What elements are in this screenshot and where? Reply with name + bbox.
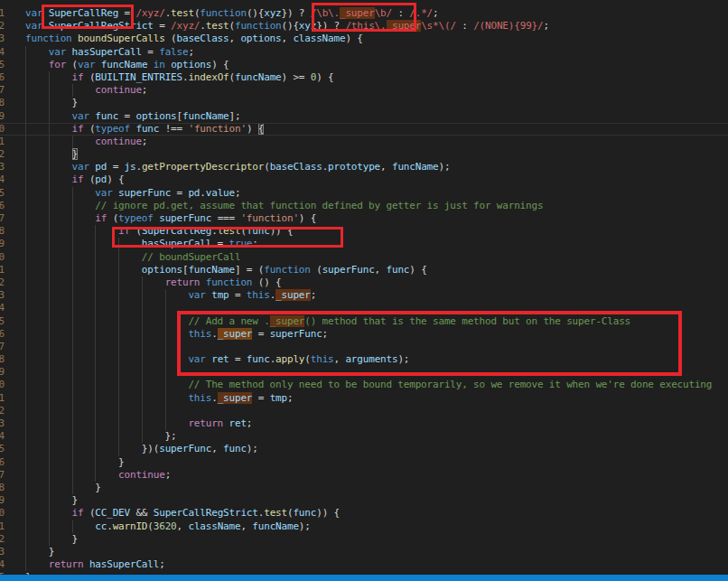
code-token: } bbox=[25, 546, 54, 558]
code-line[interactable]: 6 if (BUILTIN_ENTRIES.indexOf(funcName) … bbox=[0, 71, 728, 84]
code-line[interactable]: 18 if (SuperCallReg.test(func)) { bbox=[0, 225, 728, 238]
code-line[interactable]: 30 // The method only need to be bound t… bbox=[0, 379, 728, 391]
code-line[interactable]: 33 return ret; bbox=[0, 417, 728, 430]
code-line[interactable]: 10 if (typeof func !== 'function') { bbox=[0, 123, 728, 136]
code-line[interactable]: 24 bbox=[0, 302, 728, 314]
indent-guide bbox=[95, 264, 96, 276]
code-line[interactable]: 17 if (typeof superFunc === 'function') … bbox=[0, 212, 728, 225]
code-token: , bbox=[282, 33, 294, 44]
code-token: baseClass bbox=[270, 161, 322, 173]
indent-guide bbox=[72, 379, 73, 391]
line-number-gutter: 20 bbox=[0, 251, 8, 264]
code-line[interactable]: 1var SuperCallReg = /xyz/.test(function(… bbox=[0, 7, 728, 20]
code-token: (){ bbox=[282, 20, 299, 32]
code-line[interactable]: 35 })(superFunc, func); bbox=[0, 443, 728, 455]
code-token: . bbox=[211, 392, 217, 404]
code-token: cc bbox=[95, 520, 107, 532]
code-line[interactable]: 8 } bbox=[0, 97, 728, 109]
code-line[interactable]: 42 } bbox=[0, 533, 728, 546]
indent-guide bbox=[142, 353, 143, 366]
code-line[interactable]: 3function boundSuperCalls (baseClass, op… bbox=[0, 33, 728, 45]
indent-guide bbox=[165, 366, 166, 379]
indent-guide bbox=[72, 456, 73, 469]
code-line[interactable]: 11 continue; bbox=[0, 136, 728, 148]
code-token bbox=[25, 379, 188, 390]
line-number-gutter: 38 bbox=[0, 482, 8, 494]
code-line[interactable]: 40 if (CC_DEV && SuperCallRegStrict.test… bbox=[0, 507, 728, 520]
code-token: === bbox=[211, 212, 240, 224]
code-token: \s*\(/ bbox=[421, 20, 456, 32]
indent-guide bbox=[95, 251, 96, 264]
code-token: // ignore pd.get, assume that function d… bbox=[95, 200, 543, 211]
code-line[interactable]: 28 var ret = func.apply(this, arguments)… bbox=[0, 353, 728, 366]
code-line[interactable]: 37 continue; bbox=[0, 469, 728, 482]
code-text: var pd = js.getPropertyDescriptor(baseCl… bbox=[25, 161, 728, 173]
code-line[interactable]: 16 // ignore pd.get, assume that functio… bbox=[0, 200, 728, 212]
code-line[interactable]: 25 // Add a new ._super() method that is… bbox=[0, 315, 728, 328]
code-token bbox=[25, 200, 95, 211]
code-line[interactable]: 23 var tmp = this._super; bbox=[0, 289, 728, 302]
code-line[interactable]: 4 var hasSuperCall = false; bbox=[0, 46, 728, 59]
line-number-gutter: 7 bbox=[0, 84, 8, 97]
code-line[interactable]: 12 } bbox=[0, 148, 728, 161]
code-text: cc.warnID(3620, className, funcName); bbox=[25, 520, 728, 533]
code-text: function boundSuperCalls (baseClass, opt… bbox=[25, 33, 728, 45]
code-token: } bbox=[25, 482, 101, 493]
indent-guide bbox=[25, 148, 26, 161]
code-token: , bbox=[334, 353, 346, 365]
indent-guide bbox=[165, 315, 166, 328]
indent-guide bbox=[49, 494, 50, 507]
code-line[interactable]: 34 }; bbox=[0, 430, 728, 443]
code-token: )) { bbox=[270, 225, 294, 237]
line-number-gutter: 39 bbox=[0, 494, 8, 507]
code-line[interactable]: 26 this._super = superFunc; bbox=[0, 328, 728, 341]
code-line[interactable]: 2var SuperCallRegStrict = /xyz/.test(fun… bbox=[0, 20, 728, 33]
line-number: 20 bbox=[0, 251, 5, 264]
code-line[interactable]: 32 bbox=[0, 405, 728, 417]
line-number: 41 bbox=[0, 520, 5, 533]
line-number-gutter: 14 bbox=[0, 173, 8, 186]
line-number: 23 bbox=[0, 289, 5, 302]
code-token: ; bbox=[287, 392, 293, 404]
line-number: 44 bbox=[0, 558, 5, 571]
code-line[interactable]: 7 continue; bbox=[0, 84, 728, 97]
indent-guide bbox=[165, 328, 166, 341]
code-line[interactable]: 20 // boundSuperCall bbox=[0, 251, 728, 264]
indent-guide bbox=[25, 264, 26, 276]
code-line[interactable]: 15 var superFunc = pd.value; bbox=[0, 187, 728, 200]
code-line[interactable]: 9 var func = options[funcName]; bbox=[0, 110, 728, 123]
indent-guide bbox=[49, 84, 50, 97]
code-line[interactable]: 41 cc.warnID(3620, className, funcName); bbox=[0, 520, 728, 533]
code-token: /.*/ bbox=[409, 7, 433, 19]
line-number: 40 bbox=[0, 507, 5, 520]
indent-guide bbox=[142, 392, 143, 405]
code-line[interactable]: 5 for (var funcName in options) { bbox=[0, 59, 728, 71]
code-line[interactable]: 31 this._super = tmp; bbox=[0, 392, 728, 405]
code-line[interactable]: 22 return function () { bbox=[0, 276, 728, 289]
line-number: 24 bbox=[0, 302, 5, 314]
code-line[interactable]: 14 if (pd) { bbox=[0, 173, 728, 186]
code-line[interactable]: 29 bbox=[0, 366, 728, 379]
code-line[interactable]: 44 return hasSuperCall; bbox=[0, 558, 728, 571]
code-line[interactable]: 38 } bbox=[0, 482, 728, 494]
code-token: = bbox=[211, 238, 229, 249]
code-token: ) bbox=[247, 123, 258, 135]
code-token: ( bbox=[83, 71, 95, 83]
code-token: ) { bbox=[211, 59, 229, 70]
code-line[interactable]: 21 options[funcName] = (function (superF… bbox=[0, 264, 728, 276]
line-number-gutter: 37 bbox=[0, 469, 8, 482]
code-line[interactable]: 19 hasSuperCall = true; bbox=[0, 238, 728, 250]
code-line[interactable]: 27 bbox=[0, 341, 728, 353]
code-token: () { bbox=[252, 276, 281, 288]
code-line[interactable]: 36 } bbox=[0, 456, 728, 469]
code-line[interactable]: 39 } bbox=[0, 494, 728, 507]
code-editor[interactable]: 1var SuperCallReg = /xyz/.test(function(… bbox=[0, 0, 728, 581]
code-line[interactable]: 13 var pd = js.getPropertyDescriptor(bas… bbox=[0, 161, 728, 173]
code-text: var tmp = this._super; bbox=[25, 289, 728, 302]
line-number: 25 bbox=[0, 315, 5, 328]
code-token: prototype bbox=[328, 161, 380, 173]
code-token: 'function' bbox=[240, 212, 298, 224]
indent-guide bbox=[49, 328, 50, 341]
line-number-gutter: 34 bbox=[0, 430, 8, 443]
code-line[interactable]: 43 } bbox=[0, 546, 728, 558]
